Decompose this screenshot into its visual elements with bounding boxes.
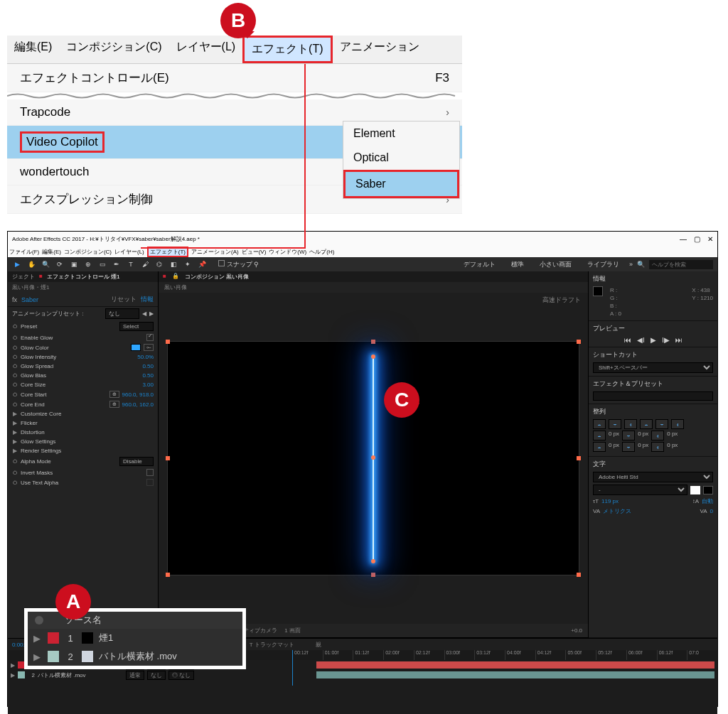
selection-handle[interactable]	[166, 340, 170, 344]
layer-zoom-row[interactable]: ▶ 1 煙1	[28, 629, 242, 647]
param-select[interactable]: Disable	[119, 457, 154, 466]
param-glow-spread[interactable]: ÖGlow Spread0.50	[8, 362, 158, 371]
align-right-button[interactable]: ⫞	[624, 419, 637, 429]
submenu-item-element[interactable]: Element	[343, 121, 459, 146]
tab-composition[interactable]: コンポジション 黒い肖像	[185, 273, 249, 281]
tab-effect-controls[interactable]: エフェクトコントロール 煙1	[47, 273, 120, 281]
stroke-swatch[interactable]	[703, 486, 713, 494]
param-customize-core[interactable]: ▶Customize Core	[8, 409, 158, 418]
stopwatch-icon[interactable]: Ö	[12, 354, 18, 360]
param-glow-settings[interactable]: ▶Glow Settings	[8, 437, 158, 446]
layer-zoom-row[interactable]: ▶ 2 バトル横素材 .mov	[28, 647, 242, 666]
stamp-icon[interactable]: ⌬	[154, 259, 164, 269]
align-left-button[interactable]: ⫠	[593, 419, 606, 429]
kerning-value[interactable]: メトリクス	[603, 507, 631, 515]
camera-icon[interactable]: ▣	[69, 259, 79, 269]
prev-frame-icon[interactable]: ◀Ⅰ	[637, 336, 645, 344]
stopwatch-icon[interactable]: Ö	[12, 470, 18, 476]
twirl-icon[interactable]: ▶	[12, 429, 18, 436]
play-icon[interactable]: ▶	[651, 336, 656, 344]
twirl-icon[interactable]: ▶	[12, 438, 18, 445]
effect-right-link[interactable]: 情報	[141, 295, 154, 304]
exposure-value[interactable]: +0.0	[571, 627, 582, 634]
effect-reset[interactable]: リセット	[111, 295, 136, 304]
fill-swatch[interactable]	[690, 486, 700, 494]
menu-edit[interactable]: 編集(E)	[7, 36, 59, 63]
submenu-item-saber[interactable]: Saber	[343, 170, 459, 198]
maximize-icon[interactable]: ▢	[694, 235, 700, 243]
rect-icon[interactable]: ▭	[97, 259, 107, 269]
brush-icon[interactable]: 🖌	[140, 259, 150, 269]
twirl-icon[interactable]: ▶	[12, 448, 18, 454]
align-vcenter-button[interactable]: ⫟	[655, 419, 668, 429]
menu-help[interactable]: ヘルプ(H)	[309, 248, 334, 256]
eyedropper-icon[interactable]: ⟜	[144, 344, 154, 351]
preset-next-icon[interactable]: ▶	[149, 310, 154, 317]
menu-composition[interactable]: コンポジション(C)	[64, 248, 112, 256]
stopwatch-icon[interactable]: Ö	[12, 382, 18, 388]
param-value[interactable]: 960.0, 162.0	[122, 401, 154, 408]
font-select[interactable]: Adobe Heiti Std	[593, 472, 713, 482]
distribute-button[interactable]: ⫠	[593, 431, 606, 440]
workspace-standard[interactable]: 標準	[505, 259, 530, 271]
align-hcenter-button[interactable]: ⫟	[609, 419, 621, 429]
twirl-icon[interactable]: ▶	[11, 662, 15, 669]
param-distortion[interactable]: ▶Distortion	[8, 428, 158, 437]
last-frame-icon[interactable]: ⏭	[675, 336, 682, 344]
align-top-button[interactable]: ⫠	[640, 419, 653, 429]
menu-item-effect-controls[interactable]: エフェクトコントロール(E) F3	[7, 64, 462, 92]
effects-search-input[interactable]	[593, 391, 713, 401]
param-core-start[interactable]: ÖCore Start⊕960.0, 918.0	[8, 389, 158, 399]
eraser-icon[interactable]: ◧	[168, 259, 178, 269]
selection-handle[interactable]	[577, 340, 581, 344]
help-search-input[interactable]	[649, 260, 713, 269]
menu-layer[interactable]: レイヤー(L)	[114, 248, 144, 256]
home-icon[interactable]: ▶	[12, 259, 22, 269]
leading-value[interactable]: 自動	[702, 497, 713, 505]
composition-canvas[interactable]	[167, 341, 579, 575]
menu-file[interactable]: ファイル(F)	[9, 248, 39, 256]
twirl-icon[interactable]: ▶	[33, 633, 42, 644]
distribute-button[interactable]: ⫟	[622, 442, 635, 452]
anchor-point[interactable]	[371, 455, 375, 460]
viewer-lock-icon[interactable]: 🔒	[172, 273, 179, 281]
param-render-settings[interactable]: ▶Render Settings	[8, 446, 158, 455]
menu-window[interactable]: ウィンドウ(W)	[269, 248, 306, 256]
param-glow-bias[interactable]: ÖGlow Bias0.50	[8, 371, 158, 380]
workspace-library[interactable]: ライブラリ	[582, 259, 625, 271]
playhead[interactable]	[292, 650, 293, 686]
param-glow-color[interactable]: ÖGlow Color⟜	[8, 342, 158, 352]
stopwatch-icon[interactable]: Ö	[12, 480, 18, 486]
param-alpha-mode[interactable]: ÖAlpha ModeDisable	[8, 455, 158, 467]
align-bottom-button[interactable]: ⫞	[671, 419, 684, 429]
twirl-icon[interactable]: ▶	[12, 420, 18, 426]
menu-view[interactable]: ビュー(V)	[242, 248, 267, 256]
anim-preset-select[interactable]: なし	[105, 308, 139, 319]
effect-header[interactable]: fx Saber リセット 情報	[8, 293, 158, 307]
menu-animation[interactable]: アニメーション	[333, 36, 427, 63]
param-value[interactable]: 50.0%	[137, 354, 154, 360]
hand-icon[interactable]: ✋	[26, 259, 36, 269]
close-icon[interactable]: ✕	[707, 235, 713, 243]
param-select[interactable]: Select	[119, 322, 154, 331]
layer-duration-bar[interactable]	[316, 671, 714, 678]
track-matte-dropdown[interactable]: なし	[147, 671, 166, 680]
crosshair-icon[interactable]: ⊕	[109, 391, 119, 398]
type-icon[interactable]: T	[126, 259, 136, 269]
param-checkbox[interactable]	[146, 334, 154, 341]
selection-handle[interactable]	[166, 456, 170, 460]
selection-handle[interactable]	[371, 573, 375, 577]
view-layout-dropdown[interactable]: 1 画面	[284, 627, 301, 634]
stopwatch-icon[interactable]: Ö	[12, 323, 18, 330]
param-use-text-alpha[interactable]: ÖUse Text Alpha	[8, 477, 158, 487]
menu-layer[interactable]: レイヤー(L)	[169, 36, 243, 63]
workspace-more-icon[interactable]: »	[629, 261, 633, 268]
first-frame-icon[interactable]: ⏮	[624, 336, 631, 344]
layer-name[interactable]: バトル横素材 .mov	[38, 671, 123, 679]
param-value[interactable]: 3.00	[142, 382, 154, 388]
shortcut-select[interactable]: Shift+スペースバー	[593, 362, 713, 373]
selection-handle[interactable]	[166, 573, 170, 577]
minimize-icon[interactable]: —	[680, 235, 687, 243]
selection-handle[interactable]	[371, 340, 375, 344]
distribute-button[interactable]: ⫟	[622, 431, 635, 440]
